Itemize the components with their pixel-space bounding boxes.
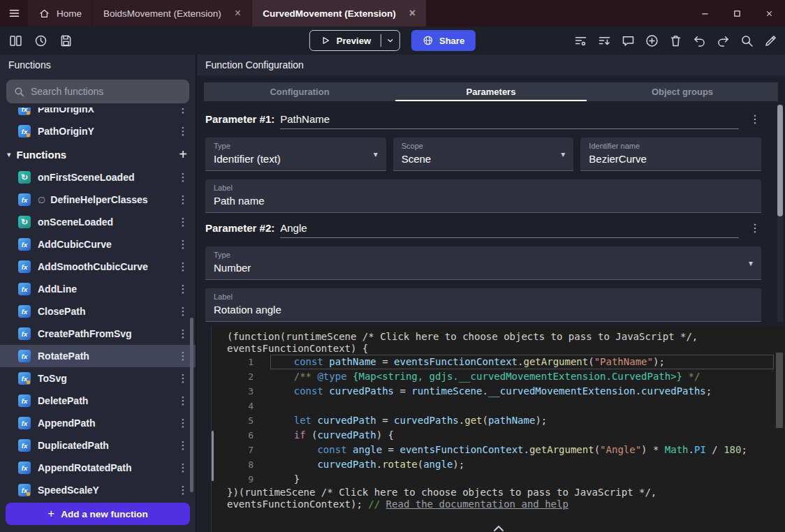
titlebar-tab-home[interactable]: Home (28, 0, 92, 27)
item-menu-icon[interactable]: ⋮ (177, 484, 189, 496)
sidebar-item-deletepath[interactable]: fxDeletePath⋮ (0, 390, 196, 412)
item-menu-icon[interactable]: ⋮ (177, 216, 189, 228)
sidebar-item-closepath[interactable]: fxClosePath⋮ (0, 300, 196, 323)
code-editor[interactable]: (function(runtimeScene /* Click here to … (211, 326, 785, 532)
item-menu-icon[interactable]: ⋮ (177, 108, 189, 115)
close-button[interactable] (753, 0, 785, 27)
select-field-type[interactable]: TypeNumber▾ (205, 246, 761, 280)
search-icon[interactable] (740, 34, 754, 48)
sidebar-item-addline[interactable]: fxAddLine⋮ (0, 278, 196, 300)
tab-parameters[interactable]: Parameters (395, 82, 587, 101)
code-line-8[interactable]: 8 curvedPath.rotate(angle); (212, 457, 785, 472)
code-line-6[interactable]: 6 if (curvedPath) { (212, 428, 785, 443)
parameters-scrollbar-thumb[interactable] (777, 105, 783, 216)
parameter-menu-icon[interactable]: ⋮ (749, 221, 761, 235)
titlebar-tab-curvedmovement-extension[interactable]: CurvedMovement (Extension)× (252, 0, 426, 27)
functions-section-header[interactable]: ▾Functions+ (0, 142, 196, 166)
sidebar-item-definehelperclasses[interactable]: fx∅DefineHelperClasses⋮ (0, 189, 196, 211)
item-menu-icon[interactable]: ⋮ (177, 305, 189, 318)
maximize-button[interactable] (721, 0, 753, 27)
sidebar-item-rotatepath[interactable]: fxRotatePath⋮ (0, 345, 196, 367)
add-circle-icon[interactable] (645, 34, 659, 48)
close-icon[interactable]: × (235, 8, 241, 19)
item-menu-icon[interactable]: ⋮ (177, 417, 189, 429)
select-field-type[interactable]: TypeIdentifier (text)▾ (205, 138, 386, 171)
search-field[interactable] (6, 80, 189, 103)
documentation-link[interactable]: Read the documentation and help (386, 498, 568, 510)
parameter-name-field[interactable]: Angle (280, 222, 739, 238)
item-menu-icon[interactable]: ⋮ (177, 125, 189, 138)
item-menu-icon[interactable]: ⋮ (177, 439, 189, 452)
item-menu-icon[interactable]: ⋮ (177, 283, 189, 295)
text-field-label[interactable]: LabelRotation angle (205, 288, 761, 322)
editor-scrollbar[interactable] (776, 353, 783, 428)
code-line-9[interactable]: 9 } (212, 472, 785, 487)
parameter-menu-icon[interactable]: ⋮ (749, 112, 761, 126)
item-menu-icon[interactable]: ⋮ (177, 394, 189, 407)
code-content[interactable]: (function(runtimeScene /* Click here to … (212, 326, 785, 510)
titlebar-tab-boidsmovement-extension[interactable]: BoidsMovement (Extension)× (93, 0, 251, 27)
function-name: AddSmoothCubicCurve (38, 261, 170, 272)
trash-icon[interactable] (668, 34, 683, 48)
item-menu-icon[interactable]: ⋮ (177, 327, 189, 340)
sidebar-item-tosvg[interactable]: fxToSvg⋮ (0, 367, 196, 390)
minimize-button[interactable] (689, 0, 721, 27)
item-menu-icon[interactable]: ⋮ (177, 238, 189, 251)
code-line-7[interactable]: 7 const angle = eventsFunctionContext.ge… (212, 443, 785, 457)
text-field-identifier-name[interactable]: Identifier nameBezierCurve (580, 138, 761, 171)
parameter-name-field[interactable]: PathName (280, 113, 739, 129)
sidebar-item-appendpath[interactable]: fxAppendPath⋮ (0, 412, 196, 434)
history-icon[interactable] (34, 34, 48, 48)
preview-button[interactable]: Preview (309, 30, 400, 51)
select-field-scope[interactable]: ScopeScene▾ (393, 138, 574, 171)
sidebar-item-onfirstsceneloaded[interactable]: ↻onFirstSceneLoaded⋮ (0, 166, 196, 189)
preview-dropdown-button[interactable] (381, 31, 399, 50)
add-icon[interactable]: + (179, 147, 187, 161)
sidebar-item-pathoriginx[interactable]: fxPathOriginX⋮ (0, 108, 196, 120)
code-line-5[interactable]: 5 let curvedPath = curvedPaths.get(pathN… (212, 413, 785, 428)
search-input[interactable] (31, 86, 182, 97)
chevron-up-icon[interactable] (490, 520, 507, 532)
splitter-handle[interactable] (212, 431, 214, 481)
redo-icon[interactable] (716, 34, 731, 48)
item-menu-icon[interactable]: ⋮ (177, 350, 189, 362)
code-line-3[interactable]: 3 const curvedPaths = runtimeScene.__cur… (212, 384, 785, 399)
sidebar-item-duplicatedpath[interactable]: fxDuplicatedPath⋮ (0, 434, 196, 457)
panels-icon[interactable] (8, 34, 23, 48)
sidebar-item-speedscaley[interactable]: fxSpeedScaleY⋮ (0, 479, 196, 498)
preview-main[interactable]: Preview (310, 31, 381, 50)
comment-icon[interactable] (621, 34, 636, 48)
function-icon: fx (18, 484, 31, 496)
share-button[interactable]: Share (411, 30, 476, 51)
text-field-label[interactable]: LabelPath name (205, 179, 761, 213)
code-line-1[interactable]: 1 const pathName = eventsFunctionContext… (212, 355, 785, 369)
sidebar-scrollbar[interactable] (190, 318, 193, 492)
item-menu-icon[interactable]: ⋮ (177, 193, 189, 206)
sidebar-item-pathoriginy[interactable]: fxPathOriginY⋮ (0, 120, 196, 142)
tab-object-groups[interactable]: Object groups (587, 82, 778, 101)
sidebar-item-addsmoothcubiccurve[interactable]: fxAddSmoothCubicCurve⋮ (0, 256, 196, 278)
console-icon[interactable] (573, 34, 588, 48)
code-line-2[interactable]: 2 /** @type {Map<string, gdjs.__curvedMo… (212, 369, 785, 384)
sidebar-item-onsceneloaded[interactable]: ↻onSceneLoaded⋮ (0, 211, 196, 233)
add-function-button[interactable]: + Add a new function (6, 503, 190, 525)
menu-icon[interactable] (0, 0, 28, 27)
undo-icon[interactable] (692, 34, 707, 48)
tab-label: BoidsMovement (Extension) (103, 8, 221, 19)
item-menu-icon[interactable]: ⋮ (177, 461, 189, 474)
sidebar-item-createpathfromsvg[interactable]: fxCreatePathFromSvg⋮ (0, 323, 196, 345)
add-function-label: Add a new function (61, 509, 148, 519)
close-icon[interactable]: × (409, 8, 416, 19)
item-menu-icon[interactable]: ⋮ (177, 260, 189, 273)
edit-icon[interactable] (763, 34, 778, 48)
search-wrap (0, 75, 196, 108)
code-line-4[interactable]: 4 (212, 399, 785, 413)
sidebar-item-appendrotatedpath[interactable]: fxAppendRotatedPath⋮ (0, 457, 196, 479)
item-menu-icon[interactable]: ⋮ (177, 171, 189, 184)
publish-icon[interactable] (597, 34, 612, 48)
save-icon[interactable] (59, 34, 73, 48)
sidebar-item-addcubiccurve[interactable]: fxAddCubicCurve⋮ (0, 233, 196, 256)
tab-configuration[interactable]: Configuration (204, 82, 395, 101)
item-menu-icon[interactable]: ⋮ (177, 372, 189, 385)
function-configuration-panel: Function Configuration ConfigurationPara… (196, 54, 785, 532)
